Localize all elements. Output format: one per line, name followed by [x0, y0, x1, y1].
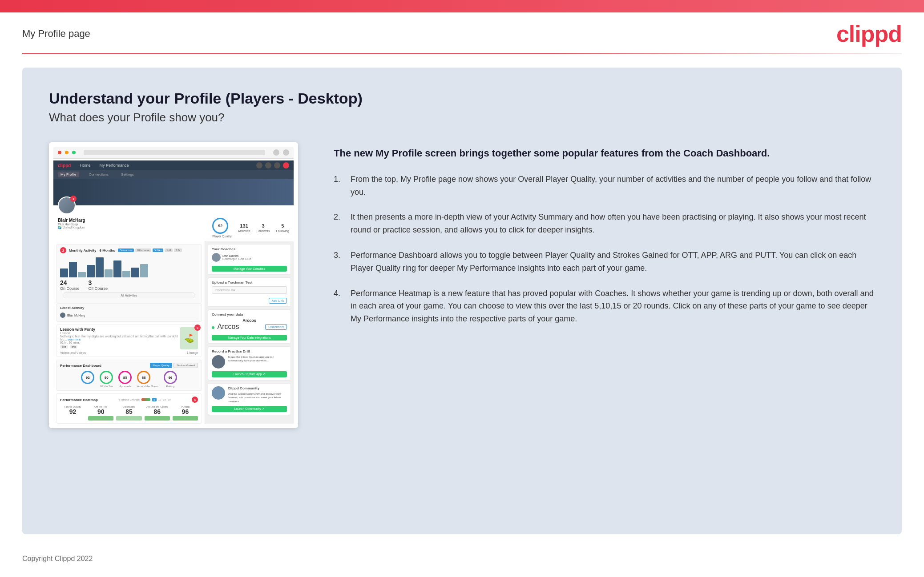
bar-10	[140, 264, 148, 277]
lesson-image: ⛳ 3	[180, 327, 198, 349]
nav-icon-2	[265, 162, 271, 168]
activity-header: 2 Monthly Activity - 6 Months On-course …	[60, 247, 198, 253]
heatmap-rounds-label: 5 Round Change:	[119, 398, 140, 401]
bar-1	[60, 268, 68, 277]
activity-section: 2 Monthly Activity - 6 Months On-course …	[56, 244, 202, 303]
ring-putt: 96 Putting	[164, 371, 177, 388]
heatmap-title: Performance Heatmap	[60, 398, 98, 402]
nav-avatar	[283, 162, 289, 168]
lesson-pills: golf drill	[60, 345, 180, 349]
stat-following: 5 Following	[276, 223, 289, 232]
browser-bar	[53, 147, 294, 159]
heatmap-gradient	[141, 398, 150, 401]
heatmap-controls: 5 Round Change: 5 10 15 20	[119, 398, 170, 401]
ring-ott: 90 Off the Tee	[100, 371, 113, 388]
latest-section: Latest Activity Blair McHarg	[56, 303, 202, 322]
quality-ring: 92	[212, 218, 228, 234]
view-toggle: On-course Off-course 5 Wks 1 M 3 M	[118, 248, 182, 252]
ring-arg-circle[interactable]: 86	[137, 371, 150, 384]
lesson-see-more[interactable]: see more	[68, 338, 81, 341]
nav-icons	[256, 162, 289, 168]
player-quality-btn[interactable]: Player Quality	[150, 363, 172, 368]
off-course-label: Off Course	[89, 286, 108, 291]
off-course-stat: 3 Off Course	[89, 279, 108, 291]
header: My Profile page clippd	[0, 12, 924, 53]
heatmap-title-row: Performance Heatmap	[60, 398, 98, 402]
heatmap-cell-ott: Off the Tee 90 ..	[88, 405, 113, 421]
manage-coaches-btn[interactable]: Manage Your Coaches	[212, 266, 287, 272]
toggle-off-course: Off-course	[135, 248, 151, 252]
profile-location: 🌍 United Kingdom	[58, 226, 208, 229]
nav-logo: clippd	[58, 163, 71, 168]
toggle-on-course: On-course	[118, 248, 134, 252]
content-grid: clippd Home My Performance My Profile Co…	[49, 142, 875, 428]
heatmap-15: 15	[163, 398, 166, 401]
profile-info: Blair McHarg Plus Handicap 🌍 United King…	[58, 218, 208, 238]
point-1: From the top, My Profile page now shows …	[334, 173, 875, 199]
all-activities-btn[interactable]: All Activities	[64, 293, 194, 298]
heatmap-bar-arg: ..	[145, 416, 170, 421]
lesson-section: Lesson with Fonty Lesson Nothing to feel…	[56, 325, 202, 357]
trackman-add-btn[interactable]: Add Link	[269, 298, 287, 304]
ring-ott-circle[interactable]: 90	[100, 371, 113, 384]
activities-num: 131	[238, 223, 250, 228]
drill-content: To use the Clippd Capture app you can au…	[212, 355, 287, 369]
community-avatar	[212, 386, 225, 400]
section-subtitle: What does your Profile show you?	[49, 111, 875, 124]
coach-club: Barnstaple Golf Club	[222, 257, 251, 260]
perf-title-row: Performance Dashboard	[60, 364, 101, 368]
browser-dot-red	[58, 151, 61, 154]
ring-putt-circle[interactable]: 96	[164, 371, 177, 384]
coach-avatar	[212, 253, 221, 262]
coaches-title: Your Coaches	[212, 247, 287, 251]
coaches-section: Your Coaches Dan Davies Barnstaple Golf …	[208, 244, 291, 275]
heatmap-bar-app: ..	[116, 416, 141, 421]
heatmap-10: 10	[158, 398, 161, 401]
strokes-gained-btn[interactable]: Strokes Gained	[174, 363, 198, 368]
off-course-num: 3	[89, 279, 108, 286]
launch-community-btn[interactable]: Launch Community ↗	[212, 406, 287, 412]
ring-overall: 92	[81, 371, 94, 388]
perf-rings: 92 90 Off the Tee 85 Approach	[60, 371, 198, 388]
perf-toggle: Player Quality Strokes Gained	[150, 363, 198, 368]
lesson-info: Lesson with Fonty Lesson Nothing to feel…	[60, 327, 180, 349]
on-course-stat: 24 On Course	[60, 279, 80, 291]
lesson-desc: Nothing to feel like my digits are worki…	[60, 335, 180, 341]
trackman-section: Upload a Trackman Test Trackman Link Add…	[208, 277, 291, 307]
community-title: Clippd Community	[228, 386, 287, 390]
videos-label: Videos and Videos	[60, 351, 86, 354]
perf-section: Performance Dashboard Player Quality Str…	[56, 360, 202, 391]
heatmap-section: Performance Heatmap 5 Round Change: 5 10…	[56, 393, 202, 424]
app-name: Arccos	[212, 318, 287, 323]
stat-quality: 92 Player Quality	[212, 218, 232, 238]
ring-overall-circle[interactable]: 92	[81, 371, 94, 384]
browser-dot-green	[72, 151, 76, 154]
heatmap-num-putt: 96	[173, 408, 198, 415]
point-3: Performance Dashboard allows you to togg…	[334, 249, 875, 275]
disconnect-btn[interactable]: Disconnect	[265, 324, 287, 330]
bar-8	[122, 271, 130, 277]
point-1-text: From the top, My Profile page now shows …	[351, 173, 875, 199]
drill-title: Record a Practice Drill	[212, 349, 287, 353]
coach-item: Dan Davies Barnstaple Golf Club	[212, 253, 287, 262]
manage-integrations-btn[interactable]: Manage Your Data Integrations	[212, 335, 287, 341]
trackman-input[interactable]: Trackman Link	[212, 286, 287, 294]
drill-avatar	[212, 355, 225, 369]
heatmap-cell-overall: Player Quality 92	[60, 405, 85, 421]
mockup-left: 2 Monthly Activity - 6 Months On-course …	[53, 241, 205, 424]
nav-link-performance: My Performance	[99, 163, 129, 168]
lesson-thumb: ⛳	[180, 327, 198, 349]
lesson-meta: Lesson	[60, 332, 180, 335]
point-3-text: Performance Dashboard allows you to togg…	[351, 249, 875, 275]
course-stats: 24 On Course 3 Off Course	[60, 279, 198, 291]
connect-section: Connect your data Arccos Arccos Disconne…	[208, 309, 291, 344]
heatmap-bar-ott: ..	[88, 416, 113, 421]
heatmap-20: 20	[168, 398, 171, 401]
text-content: The new My Profile screen brings togethe…	[334, 142, 875, 338]
golf-icon: ⛳	[184, 333, 194, 343]
top-bar	[0, 0, 924, 12]
launch-capture-btn[interactable]: Launch Capture App ↗	[212, 371, 287, 377]
ring-app-circle[interactable]: 85	[118, 371, 132, 384]
coach-info: Dan Davies Barnstaple Golf Club	[222, 254, 251, 260]
profile-header-row: 1	[58, 196, 76, 214]
